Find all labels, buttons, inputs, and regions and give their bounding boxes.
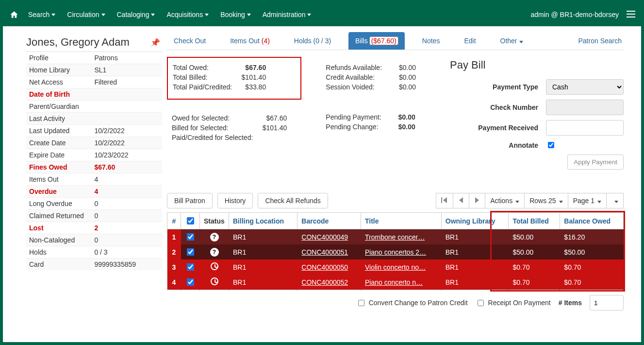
question-icon: ? [210,248,219,257]
profile-value: SL1 [91,64,162,76]
tab-edit[interactable]: Edit [457,32,482,50]
table-row[interactable]: 1?BR1CONC4000049Trombone concer…BR1$50.0… [167,229,624,245]
receipt-checkbox[interactable]: Receipt On Payment [476,298,551,308]
title-link[interactable]: Trombone concer… [361,229,441,245]
tab-other[interactable]: Other [494,32,530,50]
nav-circulation[interactable]: Circulation [67,11,105,18]
profile-label: Last Activity [26,113,91,125]
row-checkbox[interactable] [187,263,194,271]
profile-value: 0 [91,234,162,246]
history-button[interactable]: History [217,193,253,208]
nav-booking[interactable]: Booking [220,11,251,18]
barcode-link[interactable]: CONC4000051 [297,244,361,259]
annotate-label: Annotate [509,141,538,149]
col-header[interactable]: # [167,213,181,229]
profile-value: 99999335859 [91,259,162,271]
bill-patron-button[interactable]: Bill Patron [167,193,213,208]
row-checkbox[interactable] [187,248,194,256]
extra-dropdown[interactable] [607,193,624,208]
profile-value: 0 [91,210,162,222]
clock-icon [211,277,218,285]
check-refunds-button[interactable]: Check All Refunds [258,193,328,208]
patron-name: Jones, Gregory Adam [26,36,130,49]
col-header[interactable]: Barcode [297,213,361,229]
table-row[interactable]: 4BR1CONC4000052Piano concerto n…BR1$0.70… [167,275,624,290]
patron-search-link[interactable]: Patron Search [578,32,622,50]
nav-search[interactable]: Search [28,11,55,18]
row-checkbox[interactable] [187,233,194,241]
hamburger-icon[interactable] [627,11,635,19]
col-header[interactable] [181,213,200,229]
table-row[interactable]: 3BR1CONC4000050Violin concerto no…BR1$0.… [167,259,624,275]
bills-grid: #StatusBilling LocationBarcodeTitleOwnin… [167,212,624,290]
rows-dropdown[interactable]: Rows 25 [525,193,568,208]
title-link[interactable]: Piano concerto n… [361,275,441,290]
profile-label: Date of Birth [26,88,91,101]
nav-cataloging[interactable]: Cataloging [117,11,155,18]
select-all-checkbox[interactable] [187,217,194,224]
annotate-checkbox[interactable] [548,142,554,148]
profile-label: Create Date [26,137,91,149]
page-dropdown[interactable]: Page 1 [568,193,607,208]
payment-received-label: Payment Received [478,124,538,132]
profile-label: Profile [26,52,91,64]
col-header[interactable]: Total Billed [509,213,560,229]
payment-type-label: Payment Type [493,83,538,91]
tab-notes[interactable]: Notes [415,32,447,50]
profile-value: 4 [91,173,162,186]
col-header[interactable]: Title [361,213,441,229]
page-next-button[interactable] [469,193,485,208]
svg-rect-3 [441,197,442,203]
profile-label: Overdue [26,186,91,198]
apply-payment-button[interactable]: Apply Payment [567,155,624,170]
pin-icon[interactable]: 📌 [150,38,160,47]
items-count-input[interactable] [590,295,624,310]
tab-checkout[interactable]: Check Out [167,32,213,50]
barcode-link[interactable]: CONC4000050 [297,259,361,275]
svg-rect-2 [627,17,635,17]
nav-administration[interactable]: Administration [263,11,312,18]
patron-profile-table: ProfilePatronsHome LibrarySL1Net AccessF… [26,52,162,270]
profile-label: Lost [26,222,91,234]
profile-label: Expire Date [26,149,91,161]
convert-change-checkbox[interactable]: Convert Change to Patron Credit [356,298,468,308]
title-link[interactable]: Violin concerto no… [361,259,441,275]
col-header[interactable]: Billing Location [229,213,297,229]
svg-rect-0 [627,11,635,12]
svg-rect-1 [627,14,635,15]
profile-label: Items Out [26,173,91,186]
clock-icon [211,262,218,270]
items-count-label: # Items [559,299,582,307]
payment-received-input[interactable] [546,120,624,136]
nav-acquisitions[interactable]: Acquisitions [166,11,209,18]
barcode-link[interactable]: CONC4000049 [297,229,361,245]
barcode-link[interactable]: CONC4000052 [297,275,361,290]
title-link[interactable]: Piano concertos 2… [361,244,441,259]
tab-items-out[interactable]: Items Out (4) [223,32,277,50]
tab-holds[interactable]: Holds (0 / 3) [287,32,338,50]
col-header[interactable]: Owning Library [441,213,509,229]
page-prev-button[interactable] [453,193,469,208]
actions-dropdown[interactable]: Actions [485,193,525,208]
user-label[interactable]: admin @ BR1-demo-bdorsey [530,11,619,18]
top-nav: Search Circulation Cataloging Acquisitio… [3,3,641,26]
page-first-button[interactable] [436,193,453,208]
profile-label: Claimed Returned [26,210,91,222]
question-icon: ? [210,233,219,242]
profile-value: 10/2/2022 [91,125,162,137]
tab-bills[interactable]: Bills ($67.60) [348,32,405,50]
profile-label: Parent/Guardian [26,101,91,113]
row-checkbox[interactable] [187,278,194,286]
patron-tabs: Check Out Items Out (4) Holds (0 / 3) Bi… [167,32,624,50]
col-header[interactable]: Balance Owed [560,213,624,229]
profile-label: Card [26,259,91,271]
profile-value [91,113,162,125]
payment-type-select[interactable]: Cash [546,79,624,95]
profile-value: 4 [91,186,162,198]
col-header[interactable]: Status [200,213,229,229]
home-icon[interactable] [9,9,19,20]
profile-value: 0 [91,198,162,210]
profile-label: Net Access [26,76,91,88]
table-row[interactable]: 2?BR1CONC4000051Piano concertos 2…BR1$50… [167,244,624,259]
profile-label: Non-Cataloged [26,234,91,246]
